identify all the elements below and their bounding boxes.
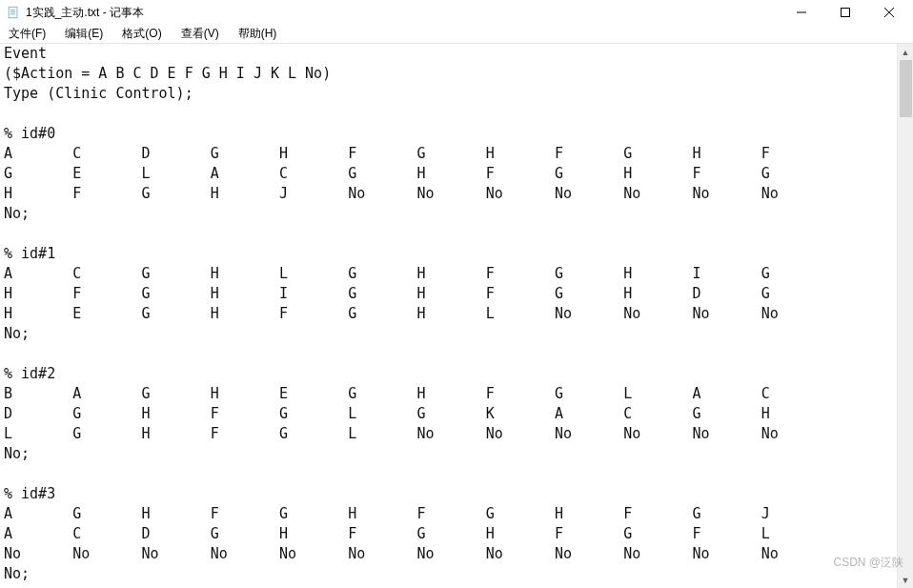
scroll-up-arrow-icon[interactable]: ▲ — [898, 44, 914, 60]
menu-format[interactable]: 格式(O) — [117, 25, 166, 43]
content-area: Event ($Action = A B C D E F G H I J K L… — [0, 44, 913, 588]
menu-bar: 文件(F) 编辑(E) 格式(O) 查看(V) 帮助(H) — [0, 25, 913, 44]
text-editor[interactable]: Event ($Action = A B C D E F G H I J K L… — [0, 44, 897, 588]
window-controls — [780, 0, 911, 25]
scroll-down-arrow-icon[interactable]: ▼ — [898, 572, 914, 588]
menu-file[interactable]: 文件(F) — [4, 25, 51, 43]
menu-view[interactable]: 查看(V) — [176, 25, 224, 43]
menu-edit[interactable]: 编辑(E) — [60, 25, 108, 43]
maximize-button[interactable] — [823, 0, 867, 25]
minimize-button[interactable] — [780, 0, 823, 25]
svg-rect-5 — [842, 9, 850, 17]
vertical-scrollbar[interactable]: ▲ ▼ — [897, 44, 913, 588]
notepad-icon — [6, 5, 21, 20]
title-bar: 1实践_主动.txt - 记事本 — [0, 0, 913, 25]
scroll-thumb[interactable] — [900, 60, 912, 117]
window-title: 1实践_主动.txt - 记事本 — [26, 5, 144, 21]
scroll-track[interactable] — [898, 60, 913, 572]
close-button[interactable] — [867, 0, 911, 25]
menu-help[interactable]: 帮助(H) — [233, 25, 282, 43]
